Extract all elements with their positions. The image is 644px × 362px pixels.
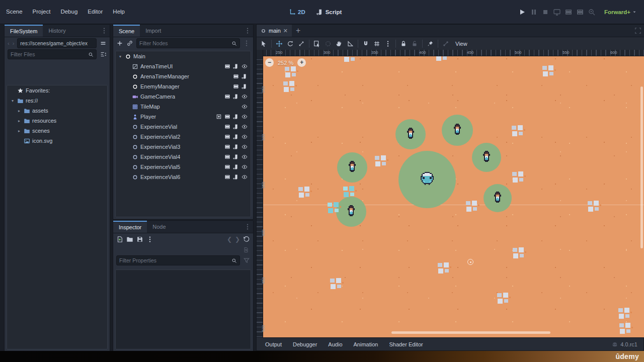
- new-scene-tab-button[interactable]: +: [292, 25, 304, 37]
- enemy-sprite[interactable]: [349, 161, 356, 174]
- scene-node-experiencevial5[interactable]: ExperienceVial5: [116, 162, 251, 172]
- rotate-tool-icon[interactable]: [287, 40, 294, 47]
- lasso-tool-icon[interactable]: [325, 40, 332, 47]
- zoom-out-button[interactable]: −: [265, 58, 274, 67]
- bottom-tab-output[interactable]: Output: [260, 341, 287, 347]
- pause-button-icon[interactable]: [530, 8, 538, 16]
- scene-node-arenatimeui[interactable]: ArenaTimeUI: [116, 61, 251, 71]
- zoom-in-button[interactable]: +: [297, 58, 306, 67]
- visibility-icon[interactable]: [242, 134, 248, 140]
- bottom-tab-shader-editor[interactable]: Shader Editor: [383, 341, 428, 347]
- visibility-icon[interactable]: [242, 144, 248, 150]
- close-tab-icon[interactable]: ✕: [283, 28, 288, 34]
- clapper-icon[interactable]: [224, 144, 230, 150]
- select-tool-icon[interactable]: [260, 40, 267, 47]
- visibility-icon[interactable]: [242, 104, 248, 110]
- smart-snap-toggle-icon[interactable]: [362, 40, 369, 47]
- path-input[interactable]: res://scenes/game_object/ex: [17, 38, 97, 48]
- scene-node-experiencevial6[interactable]: ExperienceVial6: [116, 172, 251, 182]
- clapper-icon[interactable]: [233, 73, 239, 79]
- snap-options-menu-icon[interactable]: [384, 40, 391, 47]
- play-scene-button-icon[interactable]: [565, 8, 573, 16]
- add-node-icon[interactable]: [116, 40, 123, 47]
- scale-tool-icon[interactable]: [298, 40, 305, 47]
- ruler-tool-icon[interactable]: [347, 40, 354, 47]
- clapper-icon[interactable]: [224, 114, 230, 120]
- new-resource-icon[interactable]: [116, 236, 123, 243]
- player-sprite[interactable]: [421, 172, 434, 187]
- attached-script-icon[interactable]: [233, 94, 239, 100]
- bottom-tab-debugger[interactable]: Debugger: [287, 341, 323, 347]
- load-resource-icon[interactable]: [126, 236, 133, 243]
- grid-snap-toggle-icon[interactable]: [373, 40, 380, 47]
- object-history-icon[interactable]: [243, 236, 250, 243]
- menu-scene[interactable]: Scene: [1, 0, 28, 24]
- attached-script-icon[interactable]: [233, 174, 239, 180]
- instance-scene-icon[interactable]: [126, 40, 133, 47]
- view-menu[interactable]: View: [453, 41, 469, 47]
- skeleton-options-icon[interactable]: [442, 40, 449, 47]
- tab-filesystem[interactable]: FileSystem: [5, 25, 43, 37]
- expand-viewport-icon[interactable]: [634, 27, 641, 34]
- clapper-icon[interactable]: [224, 154, 230, 160]
- fs-item-icon-svg[interactable]: icon.svg: [7, 136, 107, 146]
- horizontal-scrollbar[interactable]: [391, 331, 550, 334]
- enemy-sprite[interactable]: [494, 192, 501, 205]
- move-tool-icon[interactable]: [276, 40, 283, 47]
- vertical-scrollbar[interactable]: [640, 86, 643, 248]
- remote-instance-icon[interactable]: [216, 114, 222, 120]
- pan-tool-icon[interactable]: [336, 40, 343, 47]
- expander-icon[interactable]: ▸: [17, 109, 22, 113]
- list-select-tool-icon[interactable]: [313, 40, 320, 47]
- property-filter-icon[interactable]: [243, 257, 250, 264]
- clapper-icon[interactable]: [233, 83, 239, 89]
- attached-script-icon[interactable]: [242, 83, 248, 89]
- visibility-icon[interactable]: [242, 124, 248, 130]
- menu-editor[interactable]: Editor: [83, 0, 108, 24]
- play-button-icon[interactable]: [518, 8, 526, 16]
- tab-inspector[interactable]: Inspector: [113, 221, 147, 233]
- play-remote-button-icon[interactable]: [553, 8, 561, 16]
- fs-item-resources[interactable]: ▸resources: [7, 116, 107, 126]
- tab-import[interactable]: Import: [140, 25, 167, 37]
- scene-tab-main[interactable]: main ✕: [257, 25, 292, 37]
- visibility-icon[interactable]: [242, 114, 248, 120]
- tab-node[interactable]: Node: [147, 221, 171, 233]
- attached-script-icon[interactable]: [233, 144, 239, 150]
- clapper-icon[interactable]: [224, 124, 230, 130]
- open-docs-icon[interactable]: [243, 247, 249, 253]
- scene-node-experiencevial2[interactable]: ExperienceVial2: [116, 132, 251, 142]
- clapper-icon[interactable]: [224, 134, 230, 140]
- 2d-canvas[interactable]: [257, 50, 644, 338]
- attached-script-icon[interactable]: [233, 63, 239, 69]
- unlock-node-button-icon[interactable]: [411, 40, 418, 47]
- workspace-tab-2d[interactable]: 2D: [285, 9, 309, 16]
- save-resource-icon[interactable]: [136, 236, 143, 243]
- file-sort-icon[interactable]: [100, 51, 107, 58]
- bottom-tab-animation[interactable]: Animation: [348, 341, 384, 347]
- stop-button-icon[interactable]: [541, 8, 549, 16]
- enemy-sprite[interactable]: [483, 151, 490, 164]
- scene-tree-options-icon[interactable]: [243, 40, 250, 47]
- scene-node-experiencevial[interactable]: ExperienceVial: [116, 122, 251, 132]
- zoom-percent-label[interactable]: 252 %: [278, 60, 293, 66]
- filter-nodes-input[interactable]: Filter Nodes: [136, 38, 240, 48]
- tab-scene[interactable]: Scene: [113, 25, 140, 37]
- expander-icon[interactable]: ▸: [17, 129, 22, 133]
- fs-item-scenes[interactable]: ▸scenes: [7, 126, 107, 136]
- workspace-tab-script[interactable]: Script: [312, 9, 346, 16]
- history-back-icon[interactable]: ❮: [227, 236, 232, 243]
- nav-back-icon[interactable]: ‹: [8, 40, 10, 46]
- filter-properties-input[interactable]: Filter Properties: [116, 255, 240, 265]
- scene-node-experiencevial3[interactable]: ExperienceVial3: [116, 142, 251, 152]
- lock-node-button-icon[interactable]: [400, 40, 407, 47]
- menu-help[interactable]: Help: [108, 0, 130, 24]
- inspector-menu-icon[interactable]: [244, 223, 251, 230]
- renderer-select[interactable]: Forward+: [604, 9, 637, 15]
- enemy-sprite[interactable]: [348, 205, 355, 218]
- enemy-sprite[interactable]: [454, 124, 461, 137]
- scene-node-player[interactable]: Player: [116, 112, 251, 122]
- visibility-icon[interactable]: [242, 174, 248, 180]
- scene-node-gamecamera[interactable]: GameCamera: [116, 92, 251, 102]
- scene-node-experiencevial4[interactable]: ExperienceVial4: [116, 152, 251, 162]
